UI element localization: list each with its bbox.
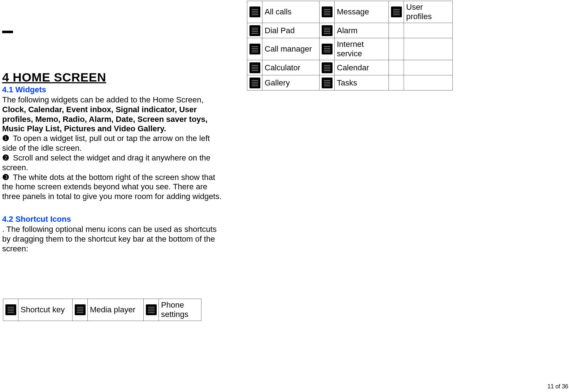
step-number-2: ❷ bbox=[2, 153, 9, 162]
shortcut-icons-intro: . The following optional menu icons can … bbox=[2, 225, 225, 254]
step-text-2: Scroll and select the widget and drag it… bbox=[2, 153, 210, 172]
calendar-label: Calendar bbox=[335, 60, 389, 75]
decorative-dash bbox=[2, 31, 13, 33]
shortcut-table-left: Shortcut key Media player Phone settings bbox=[3, 299, 201, 321]
dial-pad-icon bbox=[247, 23, 262, 38]
widgets-step-2: ❷ Scroll and select the widget and drag … bbox=[2, 153, 225, 173]
gallery-label: Gallery bbox=[262, 75, 320, 91]
tasks-label: Tasks bbox=[335, 75, 389, 91]
alarm-icon bbox=[320, 23, 335, 38]
shortcut-table-right-inner: All calls Message User profiles Dial Pad… bbox=[247, 1, 453, 91]
media-player-label: Media player bbox=[88, 299, 144, 321]
widgets-step-3: ❸ The white dots at the bottom right of … bbox=[2, 173, 225, 202]
widgets-step-1: ❶ To open a widget list, pull out or tap… bbox=[2, 134, 225, 153]
dial-pad-label: Dial Pad bbox=[262, 23, 320, 38]
empty-label bbox=[404, 75, 453, 91]
table-row: Call manager Internet service bbox=[247, 38, 453, 60]
calendar-icon bbox=[320, 60, 335, 75]
media-player-icon bbox=[73, 299, 88, 321]
empty-label bbox=[404, 60, 453, 75]
user-profiles-icon bbox=[389, 1, 404, 23]
tasks-icon bbox=[320, 75, 335, 91]
user-profiles-label: User profiles bbox=[404, 1, 453, 23]
empty-icon bbox=[389, 60, 404, 75]
widgets-intro: The following widgets can be added to th… bbox=[2, 95, 225, 105]
message-icon bbox=[320, 1, 335, 23]
all-calls-label: All calls bbox=[262, 1, 320, 23]
call-manager-label: Call manager bbox=[262, 38, 320, 60]
calculator-label: Calculator bbox=[262, 60, 320, 75]
empty-icon bbox=[389, 23, 404, 38]
empty-label bbox=[404, 38, 453, 60]
empty-icon bbox=[389, 75, 404, 91]
heading-widgets: 4.1 Widgets bbox=[2, 85, 225, 94]
table-row: Dial Pad Alarm bbox=[247, 23, 453, 38]
alarm-label: Alarm bbox=[335, 23, 389, 38]
page-number: 11 of 36 bbox=[547, 383, 568, 390]
widgets-list: Clock, Calendar, Event inbox, Signal ind… bbox=[2, 105, 225, 134]
step-number-1: ❶ bbox=[2, 134, 9, 143]
gallery-icon bbox=[247, 75, 262, 91]
phone-settings-label: Phone settings bbox=[159, 299, 201, 321]
message-label: Message bbox=[335, 1, 389, 23]
shortcut-key-icon bbox=[3, 299, 18, 321]
heading-shortcut-icons: 4.2 Shortcut Icons bbox=[2, 215, 225, 224]
call-manager-icon bbox=[247, 38, 262, 60]
step-text-1: To open a widget list, pull out or tap t… bbox=[2, 134, 210, 153]
left-column: 4 HOME SCREEN 4.1 Widgets The following … bbox=[2, 70, 225, 254]
empty-icon bbox=[389, 38, 404, 60]
shortcut-table-left-inner: Shortcut key Media player Phone settings bbox=[3, 299, 201, 321]
phone-settings-icon bbox=[144, 299, 159, 321]
internet-service-label: Internet service bbox=[335, 38, 389, 60]
shortcut-table-right: All calls Message User profiles Dial Pad… bbox=[247, 1, 453, 91]
step-number-3: ❸ bbox=[2, 173, 9, 182]
table-row: All calls Message User profiles bbox=[247, 1, 453, 23]
step-text-3: The white dots at the bottom right of th… bbox=[2, 173, 222, 201]
calculator-icon bbox=[247, 60, 262, 75]
table-row: Gallery Tasks bbox=[247, 75, 453, 91]
heading-home-screen: 4 HOME SCREEN bbox=[2, 70, 225, 84]
internet-service-icon bbox=[320, 38, 335, 60]
table-row: Calculator Calendar bbox=[247, 60, 453, 75]
shortcut-key-label: Shortcut key bbox=[18, 299, 73, 321]
table-row: Shortcut key Media player Phone settings bbox=[3, 299, 201, 321]
all-calls-icon bbox=[247, 1, 262, 23]
empty-label bbox=[404, 23, 453, 38]
